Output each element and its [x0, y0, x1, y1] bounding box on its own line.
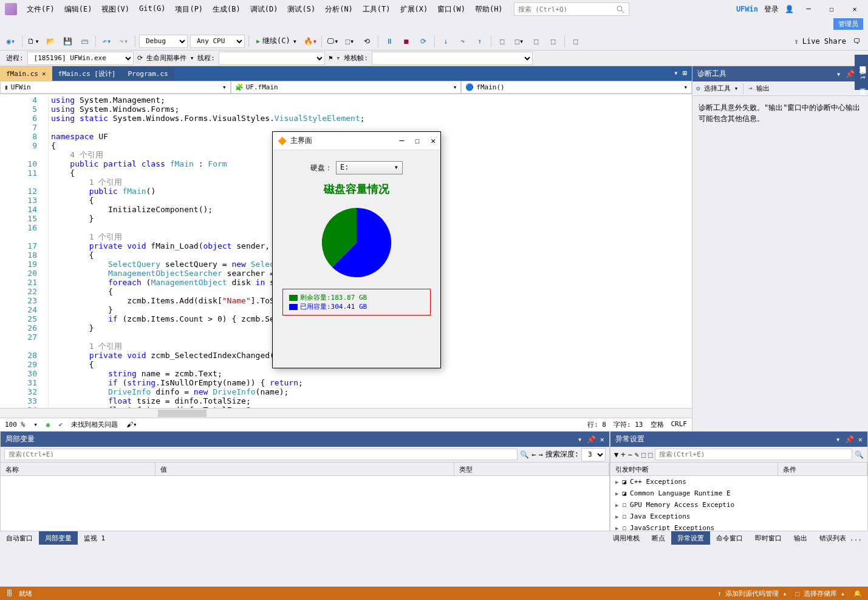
- repo-button[interactable]: 选择存储库: [804, 590, 837, 598]
- menu-分析(N)[interactable]: 分析(N): [320, 2, 358, 17]
- app-close-button[interactable]: ✕: [431, 136, 436, 145]
- depth-combo[interactable]: 3: [581, 448, 606, 461]
- app-minimize-button[interactable]: ─: [400, 136, 405, 145]
- svg-point-0: [617, 6, 622, 11]
- bottom-tab[interactable]: 局部变量: [39, 531, 78, 545]
- config-combo[interactable]: Debug: [139, 35, 188, 48]
- bottom-tab[interactable]: 输出: [788, 531, 813, 545]
- select-tool-button[interactable]: 选择工具: [704, 84, 731, 93]
- stop-icon[interactable]: ■: [399, 35, 414, 48]
- global-search-input[interactable]: [514, 2, 629, 16]
- col-header[interactable]: 类型: [454, 463, 609, 475]
- feedback-icon[interactable]: 🗨: [850, 35, 864, 48]
- exception-row[interactable]: ▶◪C++ Exceptions: [610, 476, 867, 488]
- live-share-button[interactable]: Live Share: [802, 37, 846, 46]
- lifecycle-icon[interactable]: ⟳: [137, 54, 143, 62]
- bottom-tab[interactable]: 异常设置: [671, 531, 710, 545]
- bottom-tab[interactable]: 监视 1: [78, 531, 111, 545]
- brush-icon[interactable]: 🖌▾: [126, 421, 137, 429]
- bottom-tab[interactable]: 命令窗口: [710, 531, 749, 545]
- maximize-button[interactable]: ☐: [823, 3, 840, 15]
- zoom-combo[interactable]: 100 %: [5, 421, 25, 429]
- bottom-tab[interactable]: 调用堆栈: [607, 531, 646, 545]
- step-into-icon[interactable]: ↓: [439, 35, 453, 48]
- minimize-button[interactable]: ─: [800, 3, 817, 15]
- menu-Git(G)[interactable]: Git(G): [134, 2, 170, 17]
- exception-row[interactable]: ▶☐JavaScript Exceptions: [610, 522, 867, 531]
- notifications-icon[interactable]: 🔔: [853, 590, 862, 598]
- process-combo[interactable]: [185196] UFWin.exe: [27, 52, 134, 65]
- filter-icon[interactable]: ▼: [614, 450, 618, 459]
- live-share-icon[interactable]: ⇧: [795, 37, 799, 46]
- nav-method-combo[interactable]: 🔵fMain()▾: [461, 81, 692, 94]
- src-control-button[interactable]: 添加到源代码管理: [725, 590, 779, 598]
- tab-fMain.cs [设计][interactable]: fMain.cs [设计]: [52, 66, 122, 81]
- col-header[interactable]: 条件: [778, 463, 867, 475]
- tb-icon-d[interactable]: ⬚: [546, 35, 561, 48]
- tb-icon-e[interactable]: ⬚: [569, 35, 583, 48]
- col-header[interactable]: 名称: [1, 463, 155, 475]
- save-all-icon[interactable]: 🗃: [77, 35, 92, 48]
- step-icon[interactable]: ⬚▾: [343, 35, 357, 48]
- solution-explorer-tab[interactable]: 解决方案资源管理器 Git 更改: [855, 55, 868, 90]
- menu-窗口(W)[interactable]: 窗口(W): [432, 2, 470, 17]
- login-link[interactable]: 登录: [764, 4, 779, 15]
- menu-帮助(H)[interactable]: 帮助(H): [470, 2, 508, 17]
- tb2-icon[interactable]: ⚑: [329, 54, 333, 62]
- app-maximize-button[interactable]: ☐: [415, 136, 420, 145]
- restart2-icon[interactable]: ⟳: [416, 35, 431, 48]
- step-over-icon[interactable]: ↷: [456, 35, 470, 48]
- new-item-icon[interactable]: 🗋▾: [26, 35, 41, 48]
- menu-扩展(X)[interactable]: 扩展(X): [395, 2, 433, 17]
- bottom-tab[interactable]: 断点: [646, 531, 671, 545]
- ready-label: 就绪: [19, 589, 32, 598]
- disk-combo[interactable]: E:▾: [336, 161, 403, 174]
- save-icon[interactable]: 💾: [60, 35, 75, 48]
- menu-视图(V)[interactable]: 视图(V): [97, 2, 134, 17]
- menu-项目(P)[interactable]: 项目(P): [170, 2, 208, 17]
- tb2-icon2[interactable]: ▿: [337, 54, 341, 62]
- open-folder-icon[interactable]: 📂: [43, 35, 58, 48]
- col-header[interactable]: 值: [155, 463, 455, 475]
- redo-icon[interactable]: ↷▾: [117, 35, 131, 48]
- tb-icon-a[interactable]: ⬚: [495, 35, 510, 48]
- menu-生成(B)[interactable]: 生成(B): [208, 2, 245, 17]
- nav-class-combo[interactable]: 🧩UF.fMain▾: [231, 81, 462, 94]
- col-header[interactable]: 引发时中断: [610, 463, 778, 475]
- tab-Program.cs[interactable]: Program.cs: [121, 66, 174, 81]
- account-icon[interactable]: 👤: [785, 5, 794, 13]
- exception-row[interactable]: ▶☐Java Exceptions: [610, 511, 867, 522]
- tab-fMain.cs[interactable]: fMain.cs ×: [0, 66, 52, 81]
- menu-调试(D)[interactable]: 调试(D): [245, 2, 283, 17]
- hot-reload-icon[interactable]: 🔥▾: [303, 35, 318, 48]
- undo-icon[interactable]: ↶▾: [100, 35, 114, 48]
- exc-search-input[interactable]: [655, 449, 852, 460]
- nav-back-icon[interactable]: ◉▾: [4, 35, 18, 48]
- tb-icon-b[interactable]: ⬚▾: [512, 35, 527, 48]
- tb-icon-c[interactable]: ⬚: [529, 35, 544, 48]
- menu-文件(F)[interactable]: 文件(F): [22, 2, 60, 17]
- close-button[interactable]: ✕: [846, 3, 863, 15]
- platform-combo[interactable]: Any CPU: [190, 35, 245, 48]
- bottom-tab[interactable]: 即时窗口: [749, 531, 788, 545]
- bottom-tab[interactable]: 错误列表 ...: [813, 531, 869, 545]
- exception-row[interactable]: ▶◪Common Language Runtime E: [610, 488, 867, 499]
- search-icon[interactable]: 🔍: [520, 450, 529, 459]
- menu-测试(S)[interactable]: 测试(S): [282, 2, 320, 17]
- menu-编辑(E)[interactable]: 编辑(E): [60, 2, 97, 17]
- exception-row[interactable]: ▶☐GPU Memory Access Exceptio: [610, 499, 867, 511]
- continue-button[interactable]: 继续(C) ▾: [253, 35, 301, 47]
- output-button[interactable]: 输出: [756, 84, 770, 93]
- locals-search-input[interactable]: [4, 449, 518, 460]
- browser-icon[interactable]: 🖵▾: [326, 35, 340, 48]
- step-out-icon[interactable]: ↑: [473, 35, 487, 48]
- pause-icon[interactable]: ⏸: [382, 35, 397, 48]
- restart-icon[interactable]: ⟲: [360, 35, 374, 48]
- h-scrollbar[interactable]: [0, 408, 692, 418]
- thread-combo[interactable]: [219, 52, 325, 65]
- stackframe-combo[interactable]: [372, 52, 533, 65]
- menu-工具(T)[interactable]: 工具(T): [358, 2, 395, 17]
- bottom-tab[interactable]: 自动窗口: [0, 531, 39, 545]
- crlf-indicator: CRLF: [671, 420, 688, 429]
- nav-project-combo[interactable]: ▮UFWin▾: [0, 81, 231, 94]
